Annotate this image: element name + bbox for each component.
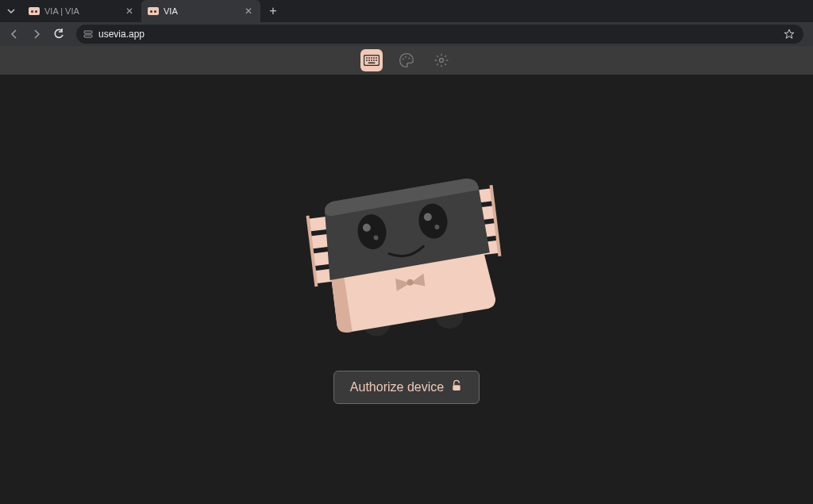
unlock-icon [450, 379, 463, 395]
browser-tab-strip: VIA | VIA ✕ VIA ✕ + [0, 0, 813, 22]
svg-point-15 [405, 56, 406, 58]
url-text: usevia.app [98, 29, 776, 40]
svg-point-8 [366, 60, 368, 61]
svg-point-11 [373, 60, 375, 61]
back-button[interactable] [5, 25, 24, 44]
via-favicon-icon [148, 7, 159, 15]
svg-point-5 [371, 57, 372, 59]
new-tab-button[interactable]: + [264, 2, 283, 21]
bookmark-star-icon[interactable] [781, 26, 797, 42]
svg-point-7 [376, 57, 377, 59]
via-favicon-icon [29, 7, 40, 15]
svg-rect-13 [368, 63, 376, 64]
close-icon[interactable]: ✕ [243, 6, 254, 17]
browser-tab[interactable]: VIA ✕ [141, 0, 260, 22]
reload-button[interactable] [49, 25, 68, 44]
close-icon[interactable]: ✕ [124, 6, 135, 17]
svg-point-16 [408, 58, 410, 60]
via-mascot-illustration [298, 164, 515, 353]
browser-menu-button[interactable] [3, 3, 19, 19]
svg-point-4 [368, 57, 370, 59]
svg-rect-1 [84, 35, 92, 37]
address-bar[interactable]: usevia.app [76, 25, 803, 44]
svg-point-14 [403, 58, 404, 60]
svg-rect-0 [84, 31, 92, 33]
authorize-device-label: Authorize device [350, 380, 444, 394]
app-topbar [0, 46, 813, 75]
svg-point-9 [368, 60, 370, 61]
svg-point-6 [373, 57, 375, 59]
settings-icon[interactable] [430, 49, 453, 71]
svg-point-17 [440, 59, 444, 63]
main-content: Authorize device [0, 75, 813, 504]
tab-title: VIA | VIA [44, 6, 79, 16]
keyboard-icon[interactable] [360, 49, 383, 71]
paint-icon[interactable] [395, 49, 418, 71]
tab-title: VIA [164, 6, 178, 16]
browser-toolbar: usevia.app [0, 22, 813, 46]
site-info-icon[interactable] [83, 29, 94, 40]
svg-point-12 [376, 60, 377, 61]
forward-button[interactable] [27, 25, 46, 44]
svg-rect-37 [453, 385, 460, 391]
svg-point-10 [371, 60, 372, 61]
svg-point-3 [366, 57, 368, 59]
authorize-device-button[interactable]: Authorize device [333, 371, 480, 404]
browser-tab[interactable]: VIA | VIA ✕ [22, 0, 141, 22]
